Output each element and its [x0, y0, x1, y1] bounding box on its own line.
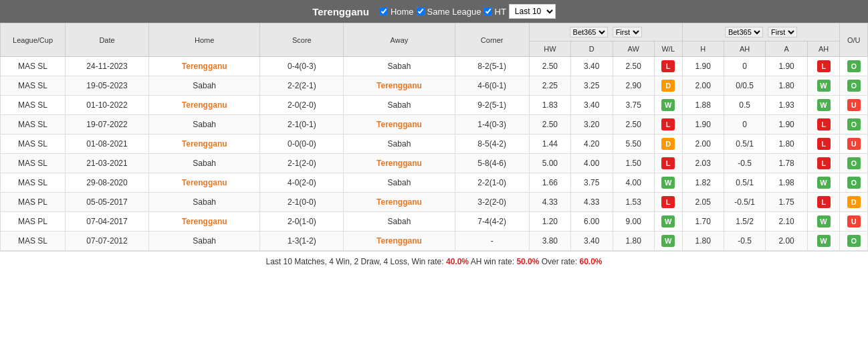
table-row: MAS SL 01-08-2021 Terengganu 0-0(0-0) Sa…	[1, 134, 868, 154]
cell-date: 05-05-2017	[66, 193, 149, 212]
cell-h: 2.00	[682, 76, 724, 96]
cell-corner: 4-6(0-1)	[455, 76, 529, 96]
cell-d: 3.75	[571, 173, 613, 193]
cell-home[interactable]: Terengganu	[148, 134, 259, 154]
cell-ou: D	[840, 193, 868, 212]
col-header-score: Score	[260, 23, 344, 57]
cell-away[interactable]: Sabah	[344, 96, 455, 115]
cell-away[interactable]: Terengganu	[344, 154, 455, 173]
col-header-corner: Corner	[455, 23, 529, 57]
cell-league: MAS SL	[1, 154, 66, 173]
cell-score: 2-1(0-1)	[260, 115, 344, 134]
bet365-select-1[interactable]: Bet365	[570, 27, 608, 37]
cell-away[interactable]: Terengganu	[344, 115, 455, 134]
cell-h: 1.80	[682, 232, 724, 251]
table-row: MAS SL 21-03-2021 Sabah 2-1(2-0) Terengg…	[1, 154, 868, 173]
footer-over-rate: 60.0%	[579, 257, 602, 266]
cell-ou: O	[840, 76, 868, 96]
cell-away[interactable]: Terengganu	[344, 193, 455, 212]
footer-win-rate: 40.0%	[446, 257, 469, 266]
cell-hw: 3.80	[529, 232, 570, 251]
cell-wl: D	[654, 134, 682, 154]
cell-ou: U	[840, 212, 868, 232]
cell-score: 2-0(1-0)	[260, 212, 344, 232]
table-row: MAS SL 07-07-2012 Sabah 1-3(1-2) Terengg…	[1, 232, 868, 251]
cell-ah: -0.5	[724, 154, 765, 173]
cell-h: 1.82	[682, 173, 724, 193]
cell-ah2: W	[807, 212, 840, 232]
col-header-wl: W/L	[654, 41, 682, 57]
cell-home[interactable]: Sabah	[148, 154, 259, 173]
ht-checkbox[interactable]	[484, 7, 492, 15]
cell-league: MAS SL	[1, 173, 66, 193]
cell-a: 1.80	[766, 134, 807, 154]
footer-text-prefix: Last 10 Matches, 4 Win, 2 Draw, 4 Loss, …	[266, 257, 444, 266]
cell-league: MAS PL	[1, 193, 66, 212]
ht-option[interactable]: HT	[484, 7, 506, 17]
first-select-1[interactable]: First Full	[613, 27, 642, 37]
cell-home[interactable]: Terengganu	[148, 96, 259, 115]
last10-dropdown[interactable]: Last 10 Last 5 Last 20	[509, 4, 556, 19]
cell-wl: D	[654, 76, 682, 96]
cell-a: 1.75	[766, 193, 807, 212]
cell-league: MAS SL	[1, 115, 66, 134]
bet365-select-2[interactable]: Bet365	[725, 27, 763, 37]
col-header-bet365-group2: Bet365 First Full	[682, 23, 840, 41]
cell-a: 2.10	[766, 212, 807, 232]
cell-hw: 2.25	[529, 76, 570, 96]
cell-away[interactable]: Sabah	[344, 173, 455, 193]
cell-aw: 9.00	[613, 212, 654, 232]
table-row: MAS SL 19-05-2023 Sabah 2-2(2-1) Terengg…	[1, 76, 868, 96]
cell-date: 01-08-2021	[66, 134, 149, 154]
cell-ou: O	[840, 154, 868, 173]
cell-away[interactable]: Terengganu	[344, 76, 455, 96]
cell-ah2: L	[807, 134, 840, 154]
cell-ah: -0.5	[724, 232, 765, 251]
cell-home[interactable]: Sabah	[148, 76, 259, 96]
cell-league: MAS SL	[1, 57, 66, 76]
footer-summary: Last 10 Matches, 4 Win, 2 Draw, 4 Loss, …	[0, 251, 868, 272]
cell-a: 1.78	[766, 154, 807, 173]
same-league-option[interactable]: Same League	[417, 7, 481, 17]
matches-table: League/Cup Date Home Score Away Corner B…	[0, 23, 868, 251]
cell-home[interactable]: Terengganu	[148, 57, 259, 76]
cell-wl: W	[654, 173, 682, 193]
cell-ah2: W	[807, 76, 840, 96]
cell-d: 3.40	[571, 232, 613, 251]
cell-score: 0-0(0-0)	[260, 134, 344, 154]
cell-aw: 5.50	[613, 134, 654, 154]
cell-away[interactable]: Sabah	[344, 212, 455, 232]
cell-ah: 0/0.5	[724, 76, 765, 96]
cell-d: 4.33	[571, 193, 613, 212]
cell-home[interactable]: Sabah	[148, 232, 259, 251]
table-row: MAS SL 01-10-2022 Terengganu 2-0(2-0) Sa…	[1, 96, 868, 115]
col-header-a: A	[766, 41, 807, 57]
cell-aw: 2.50	[613, 57, 654, 76]
cell-league: MAS SL	[1, 134, 66, 154]
cell-ou: O	[840, 232, 868, 251]
table-row: MAS SL 19-07-2022 Sabah 2-1(0-1) Terengg…	[1, 115, 868, 134]
home-option[interactable]: Home	[380, 7, 414, 17]
cell-aw: 4.00	[613, 173, 654, 193]
cell-home[interactable]: Sabah	[148, 193, 259, 212]
cell-hw: 1.66	[529, 173, 570, 193]
cell-hw: 4.33	[529, 193, 570, 212]
col-header-league: League/Cup	[1, 23, 66, 57]
cell-away[interactable]: Sabah	[344, 57, 455, 76]
home-checkbox[interactable]	[380, 7, 388, 15]
cell-home[interactable]: Terengganu	[148, 212, 259, 232]
col-header-date: Date	[66, 23, 149, 57]
cell-aw: 2.50	[613, 115, 654, 134]
same-league-checkbox[interactable]	[417, 7, 425, 15]
cell-home[interactable]: Terengganu	[148, 173, 259, 193]
table-row: MAS PL 05-05-2017 Sabah 2-1(0-0) Terengg…	[1, 193, 868, 212]
cell-away[interactable]: Sabah	[344, 134, 455, 154]
cell-ah2: L	[807, 57, 840, 76]
cell-date: 29-08-2020	[66, 173, 149, 193]
cell-away[interactable]: Terengganu	[344, 232, 455, 251]
col-header-hw: HW	[529, 41, 570, 57]
cell-corner: 9-2(5-1)	[455, 96, 529, 115]
cell-hw: 1.83	[529, 96, 570, 115]
cell-home[interactable]: Sabah	[148, 115, 259, 134]
first-select-2[interactable]: First Full	[768, 27, 797, 37]
